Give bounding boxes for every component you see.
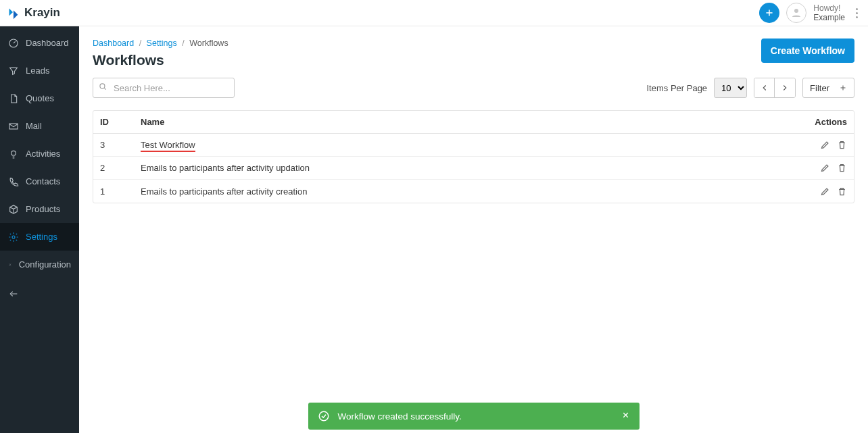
- breadcrumb-sep: /: [182, 39, 184, 48]
- col-id-header[interactable]: ID: [100, 117, 141, 127]
- plus-icon: [839, 84, 847, 92]
- sidebar-item-activities[interactable]: Activities: [0, 140, 79, 168]
- cell-id: 2: [100, 163, 141, 173]
- sidebar-item-leads[interactable]: Leads: [0, 57, 79, 84]
- breadcrumb-current: Workflows: [189, 39, 228, 48]
- right-tools: Items Per Page 10 Filter: [647, 78, 855, 98]
- sidebar-item-label: Mail: [26, 121, 42, 131]
- breadcrumb: Dashboard / Settings / Workflows: [93, 39, 228, 48]
- tools-icon: [8, 259, 12, 270]
- table-header: ID Name Actions: [93, 111, 854, 134]
- breadcrumb-dashboard[interactable]: Dashboard: [93, 39, 134, 48]
- gear-icon: [8, 232, 19, 243]
- col-actions-header: Actions: [786, 117, 847, 127]
- create-workflow-button[interactable]: Create Workflow: [761, 39, 854, 63]
- funnel-icon: [8, 66, 19, 76]
- avatar[interactable]: [786, 3, 806, 23]
- mail-icon: [8, 121, 19, 132]
- items-per-page-label: Items Per Page: [647, 83, 708, 93]
- sidebar-collapse-button[interactable]: [0, 280, 79, 307]
- sidebar-item-label: Dashboard: [26, 38, 69, 48]
- arrow-left-icon: [760, 83, 769, 93]
- user-greeting: Howdy! Example: [813, 3, 845, 23]
- page-prev-button[interactable]: [754, 78, 775, 97]
- sidebar-item-quotes[interactable]: Quotes: [0, 84, 79, 112]
- table-row[interactable]: 3Test Workflow: [93, 134, 854, 157]
- brand: Krayin: [5, 5, 60, 20]
- more-menu-button[interactable]: [852, 8, 861, 18]
- workflows-table: ID Name Actions 3Test Workflow2Emails to…: [93, 110, 854, 203]
- edit-icon[interactable]: [820, 163, 830, 173]
- greeting-text: Howdy!: [813, 3, 845, 13]
- toast-message: Workflow created successfully.: [338, 411, 462, 422]
- svg-point-4: [12, 236, 15, 238]
- filter-label: Filter: [810, 83, 829, 93]
- brand-logo-icon: [5, 5, 20, 20]
- bulb-icon: [8, 149, 19, 159]
- sidebar-item-label: Contacts: [26, 176, 60, 186]
- quick-add-button[interactable]: [759, 3, 779, 23]
- cell-actions: [786, 140, 847, 150]
- sidebar-item-mail[interactable]: Mail: [0, 112, 79, 140]
- brand-name: Krayin: [24, 6, 60, 20]
- cell-name: Emails to participants after activity cr…: [141, 186, 786, 197]
- breadcrumb-settings[interactable]: Settings: [147, 39, 177, 48]
- sidebar-item-label: Leads: [26, 66, 49, 76]
- edit-icon[interactable]: [820, 140, 830, 150]
- svg-point-3: [11, 151, 16, 155]
- sidebar-item-configuration[interactable]: Configuration: [0, 251, 79, 278]
- sidebar-item-dashboard[interactable]: Dashboard: [0, 29, 79, 57]
- trash-icon[interactable]: [837, 140, 847, 150]
- page-title: Workflows: [93, 52, 228, 68]
- filter-button[interactable]: Filter: [802, 78, 854, 98]
- topbar-right: Howdy! Example: [759, 3, 861, 23]
- box-icon: [8, 204, 19, 215]
- cell-actions: [786, 186, 847, 197]
- cell-id: 3: [100, 140, 141, 150]
- table-row[interactable]: 2Emails to participants after activity u…: [93, 157, 854, 180]
- breadcrumb-sep: /: [139, 39, 141, 48]
- sidebar-item-settings[interactable]: Settings: [0, 223, 79, 251]
- cell-id: 1: [100, 186, 141, 197]
- svg-point-6: [319, 411, 329, 421]
- sidebar-item-label: Products: [26, 204, 60, 214]
- svg-point-5: [100, 84, 105, 88]
- sidebar-item-products[interactable]: Products: [0, 195, 79, 223]
- pager: [754, 78, 796, 98]
- sidebar-item-label: Quotes: [26, 93, 54, 103]
- page-next-button[interactable]: [775, 78, 795, 97]
- user-name: Example: [813, 13, 845, 22]
- topbar: Krayin Howdy! Example: [0, 0, 868, 26]
- trash-icon[interactable]: [837, 163, 847, 173]
- cell-name: Test Workflow: [141, 140, 786, 150]
- success-toast: Workflow created successfully.: [308, 403, 640, 430]
- edit-icon[interactable]: [820, 186, 830, 197]
- sidebar: Dashboard Leads Quotes Mail Activities C…: [0, 26, 79, 433]
- document-icon: [8, 93, 19, 104]
- sidebar-item-label: Settings: [26, 232, 57, 242]
- collapse-icon: [8, 288, 19, 299]
- check-circle-icon: [318, 410, 330, 422]
- table-row[interactable]: 1Emails to participants after activity c…: [93, 180, 854, 203]
- main-content: Dashboard / Settings / Workflows Workflo…: [79, 26, 868, 433]
- cell-actions: [786, 163, 847, 173]
- toast-close-button[interactable]: [621, 411, 630, 422]
- svg-point-0: [794, 9, 798, 13]
- trash-icon[interactable]: [837, 186, 847, 197]
- close-icon: [621, 411, 630, 419]
- gauge-icon: [8, 38, 19, 49]
- sidebar-item-label: Configuration: [19, 259, 71, 270]
- search-wrap: [93, 78, 235, 98]
- sidebar-item-label: Activities: [26, 149, 60, 159]
- items-per-page-select[interactable]: 10: [714, 78, 747, 98]
- col-name-header[interactable]: Name: [141, 117, 786, 127]
- cell-name: Emails to participants after activity up…: [141, 163, 786, 173]
- search-icon: [98, 82, 107, 94]
- arrow-right-icon: [780, 83, 790, 93]
- search-input[interactable]: [93, 78, 235, 98]
- phone-icon: [8, 176, 19, 187]
- sidebar-item-contacts[interactable]: Contacts: [0, 168, 79, 195]
